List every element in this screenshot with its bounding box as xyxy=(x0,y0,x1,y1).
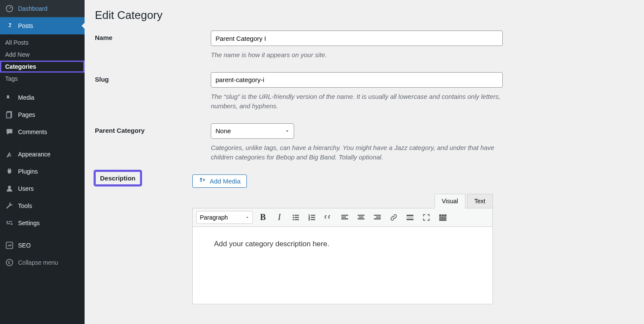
sidebar-subitem-add-new[interactable]: Add New xyxy=(0,49,85,61)
svg-rect-19 xyxy=(311,219,315,220)
page-title: Edit Category xyxy=(95,9,634,22)
svg-rect-33 xyxy=(442,214,444,216)
svg-rect-20 xyxy=(341,215,348,216)
svg-text:3: 3 xyxy=(308,218,310,220)
sidebar-item-label: Comments xyxy=(18,128,47,135)
fullscreen-button[interactable] xyxy=(420,211,432,223)
svg-rect-25 xyxy=(358,218,364,219)
admin-sidebar: Dashboard Posts All Posts Add New Catego… xyxy=(0,0,85,324)
collapse-menu-button[interactable]: Collapse menu xyxy=(0,254,85,271)
italic-button[interactable]: I xyxy=(273,211,286,223)
svg-rect-11 xyxy=(295,215,298,216)
sidebar-item-plugins[interactable]: Plugins xyxy=(0,163,85,180)
description-textarea[interactable]: Add your category description here. xyxy=(192,227,493,304)
sidebar-item-settings[interactable]: Settings xyxy=(0,214,85,232)
align-left-button[interactable] xyxy=(339,211,351,223)
parent-category-label: Parent Category xyxy=(95,123,211,134)
svg-rect-21 xyxy=(341,217,346,217)
sidebar-item-tools[interactable]: Tools xyxy=(0,197,85,214)
insert-more-button[interactable] xyxy=(404,211,416,223)
sidebar-item-label: Plugins xyxy=(18,168,38,175)
svg-point-4 xyxy=(8,186,11,189)
name-description: The name is how it appears on your site. xyxy=(211,50,503,60)
sidebar-item-media[interactable]: Media xyxy=(0,89,85,106)
sidebar-subitem-all-posts[interactable]: All Posts xyxy=(0,37,85,49)
svg-point-8 xyxy=(292,214,294,216)
edit-category-form: Name The name is how it appears on your … xyxy=(95,31,634,304)
svg-rect-29 xyxy=(407,215,413,216)
svg-rect-32 xyxy=(439,214,441,216)
sidebar-submenu-posts: All Posts Add New Categories Tags xyxy=(0,34,85,89)
sidebar-item-pages[interactable]: Pages xyxy=(0,106,85,123)
appearance-icon xyxy=(5,150,14,159)
sidebar-item-label: Pages xyxy=(18,111,35,118)
svg-rect-28 xyxy=(374,218,380,219)
svg-rect-36 xyxy=(439,218,446,219)
tab-visual[interactable]: Visual xyxy=(434,194,465,208)
align-right-button[interactable] xyxy=(371,211,383,223)
sidebar-item-label: Posts xyxy=(18,22,33,29)
format-select[interactable]: Paragraph xyxy=(196,211,253,224)
settings-icon xyxy=(5,219,14,227)
toolbar-toggle-button[interactable] xyxy=(437,211,449,223)
sidebar-item-label: Tools xyxy=(18,202,32,209)
slug-input[interactable] xyxy=(211,72,503,88)
sidebar-subitem-categories[interactable]: Categories xyxy=(0,61,85,73)
sidebar-item-posts[interactable]: Posts xyxy=(0,17,85,34)
parent-category-select[interactable]: None xyxy=(211,123,294,139)
svg-rect-30 xyxy=(407,217,413,217)
plugins-icon xyxy=(5,167,14,176)
name-input[interactable] xyxy=(211,31,503,46)
bullet-list-button[interactable] xyxy=(290,211,302,223)
svg-rect-24 xyxy=(359,217,363,217)
svg-point-6 xyxy=(6,260,13,266)
dashboard-icon xyxy=(5,4,14,13)
svg-rect-12 xyxy=(295,217,298,218)
align-center-button[interactable] xyxy=(355,211,367,223)
main-content: Edit Category Name The name is how it ap… xyxy=(85,0,644,324)
sidebar-item-label: Settings xyxy=(18,220,40,226)
link-button[interactable] xyxy=(388,211,400,223)
users-icon xyxy=(5,184,14,193)
sidebar-item-label: Appearance xyxy=(18,151,51,158)
svg-rect-26 xyxy=(374,215,380,216)
sidebar-item-label: Media xyxy=(18,94,34,101)
collapse-menu-label: Collapse menu xyxy=(18,259,58,266)
tools-icon xyxy=(5,202,14,210)
svg-rect-17 xyxy=(311,215,315,216)
name-label: Name xyxy=(95,31,211,41)
editor-toolbar: Paragraph B I 123 xyxy=(192,208,493,227)
pushpin-icon xyxy=(5,21,14,30)
numbered-list-button[interactable]: 123 xyxy=(306,211,318,223)
svg-rect-22 xyxy=(341,218,348,219)
bold-button[interactable]: B xyxy=(257,211,269,223)
media-icon xyxy=(5,93,14,102)
comments-icon xyxy=(5,128,14,136)
svg-point-10 xyxy=(292,219,294,220)
pages-icon xyxy=(5,110,14,119)
description-label: Description xyxy=(95,171,141,185)
tab-text[interactable]: Text xyxy=(467,194,493,208)
blockquote-button[interactable] xyxy=(322,211,334,223)
svg-point-7 xyxy=(200,178,202,180)
sidebar-item-comments[interactable]: Comments xyxy=(0,123,85,141)
sidebar-item-appearance[interactable]: Appearance xyxy=(0,146,85,163)
svg-rect-3 xyxy=(6,112,11,118)
slug-label: Slug xyxy=(95,72,211,83)
media-icon xyxy=(199,177,207,186)
sidebar-item-seo[interactable]: SEO xyxy=(0,237,85,254)
add-media-label: Add Media xyxy=(210,177,241,185)
sidebar-item-label: SEO xyxy=(18,242,31,249)
svg-point-9 xyxy=(292,217,294,218)
svg-rect-37 xyxy=(439,220,446,220)
sidebar-item-dashboard[interactable]: Dashboard xyxy=(0,0,85,17)
sidebar-item-label: Users xyxy=(18,185,34,192)
seo-icon xyxy=(5,241,14,250)
sidebar-subitem-tags[interactable]: Tags xyxy=(0,73,85,85)
svg-rect-31 xyxy=(407,219,413,220)
sidebar-item-users[interactable]: Users xyxy=(0,180,85,197)
add-media-button[interactable]: Add Media xyxy=(192,174,247,188)
slug-description: The “slug” is the URL-friendly version o… xyxy=(211,92,503,111)
svg-rect-18 xyxy=(311,217,315,218)
svg-rect-23 xyxy=(358,215,364,216)
